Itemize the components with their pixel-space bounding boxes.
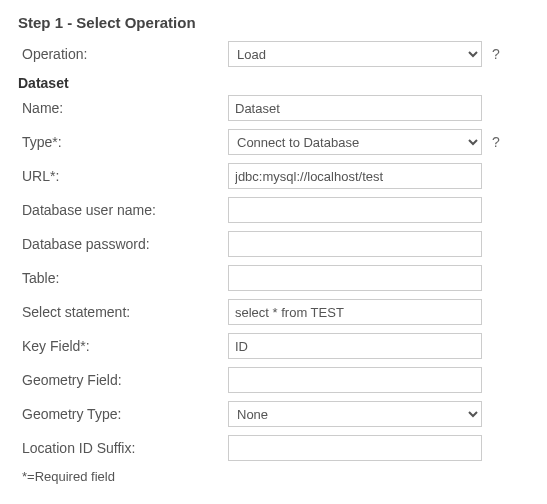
table-row: Table: xyxy=(18,265,529,291)
locsuffix-input[interactable] xyxy=(228,435,482,461)
geomtype-select[interactable]: None xyxy=(228,401,482,427)
url-label: URL*: xyxy=(18,168,228,184)
keyfield-input[interactable] xyxy=(228,333,482,359)
url-input[interactable] xyxy=(228,163,482,189)
dbuser-label: Database user name: xyxy=(18,202,228,218)
dbuser-input[interactable] xyxy=(228,197,482,223)
dbpass-row: Database password: xyxy=(18,231,529,257)
locsuffix-row: Location ID Suffix: xyxy=(18,435,529,461)
geomfield-label: Geometry Field: xyxy=(18,372,228,388)
operation-help-icon[interactable]: ? xyxy=(492,46,500,62)
table-label: Table: xyxy=(18,270,228,286)
select-row: Select statement: xyxy=(18,299,529,325)
url-row: URL*: xyxy=(18,163,529,189)
name-label: Name: xyxy=(18,100,228,116)
select-input[interactable] xyxy=(228,299,482,325)
select-label: Select statement: xyxy=(18,304,228,320)
operation-label: Operation: xyxy=(18,46,228,62)
geomfield-row: Geometry Field: xyxy=(18,367,529,393)
operation-row: Operation: Load ? xyxy=(18,41,529,67)
keyfield-label: Key Field*: xyxy=(18,338,228,354)
geomfield-input[interactable] xyxy=(228,367,482,393)
dbpass-input[interactable] xyxy=(228,231,482,257)
name-input[interactable] xyxy=(228,95,482,121)
type-help-icon[interactable]: ? xyxy=(492,134,500,150)
type-label: Type*: xyxy=(18,134,228,150)
step-title: Step 1 - Select Operation xyxy=(18,14,529,31)
required-footnote: *=Required field xyxy=(18,469,529,484)
dataset-section-title: Dataset xyxy=(18,75,529,91)
type-row: Type*: Connect to Database ? xyxy=(18,129,529,155)
locsuffix-label: Location ID Suffix: xyxy=(18,440,228,456)
name-row: Name: xyxy=(18,95,529,121)
operation-select[interactable]: Load xyxy=(228,41,482,67)
geomtype-label: Geometry Type: xyxy=(18,406,228,422)
type-select[interactable]: Connect to Database xyxy=(228,129,482,155)
geomtype-row: Geometry Type: None xyxy=(18,401,529,427)
keyfield-row: Key Field*: xyxy=(18,333,529,359)
dbpass-label: Database password: xyxy=(18,236,228,252)
table-input[interactable] xyxy=(228,265,482,291)
dbuser-row: Database user name: xyxy=(18,197,529,223)
